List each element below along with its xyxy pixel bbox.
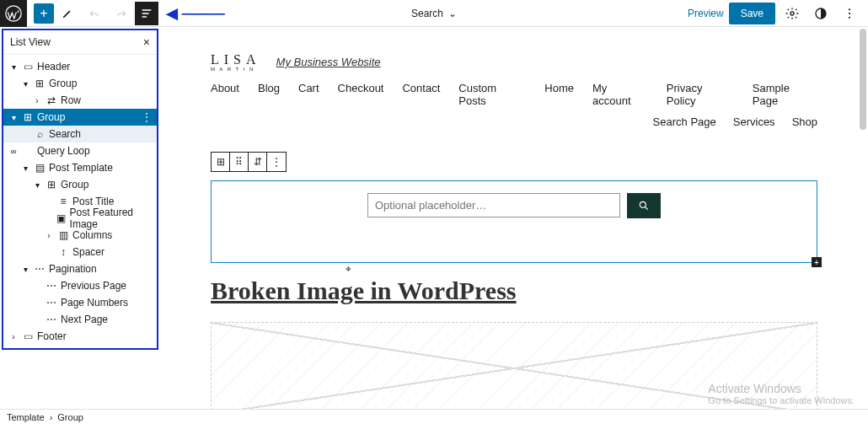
tree-item-featured-image[interactable]: ▣Post Featured Image	[3, 210, 157, 227]
svg-point-3	[849, 8, 850, 10]
windows-watermark: Activate Windows Go to Settings to activ…	[708, 382, 855, 405]
tree-item-page-numbers[interactable]: ⋯Page Numbers	[3, 294, 157, 311]
svg-point-5	[849, 16, 850, 18]
nav-item[interactable]: Home	[544, 82, 574, 107]
append-block-button[interactable]: +	[812, 257, 822, 267]
settings-button[interactable]	[780, 2, 804, 25]
title-icon: ≡	[57, 196, 69, 207]
nav-item[interactable]: Custom Posts	[458, 82, 526, 107]
editor-topbar: + ◄─── Search ⌄ Preview Save	[0, 0, 868, 27]
svg-point-1	[790, 12, 794, 15]
tree-item-spacer[interactable]: ↕Spacer	[3, 244, 157, 260]
edit-tool-button[interactable]	[54, 0, 81, 27]
tree-item-group[interactable]: ▾⊞Group	[3, 176, 157, 193]
search-submit-button[interactable]	[627, 193, 661, 218]
close-list-view[interactable]: ×	[143, 35, 150, 49]
styles-button[interactable]	[809, 2, 833, 25]
nav-item[interactable]: Shop	[792, 115, 817, 128]
block-type-button[interactable]: ⊞	[212, 153, 230, 171]
block-options-button[interactable]: ⋮	[267, 153, 286, 171]
kebab-icon	[843, 7, 856, 20]
tree-item-search[interactable]: ⌕Search	[3, 126, 157, 142]
nav-item[interactable]: Privacy Policy	[667, 82, 734, 107]
selected-group-block[interactable]: +	[211, 180, 817, 263]
primary-nav: About Blog Cart Checkout Contact Custom …	[211, 82, 817, 107]
nav-item[interactable]: My account	[592, 82, 648, 107]
site-title[interactable]: My Business Website	[276, 56, 381, 68]
tree-item-query-loop[interactable]: ∞Query Loop	[3, 142, 157, 159]
list-icon	[140, 7, 153, 20]
list-view-toggle[interactable]	[135, 2, 158, 25]
nav-item[interactable]: Sample Page	[753, 82, 817, 107]
kebab-icon[interactable]: ⋮	[142, 111, 152, 123]
site-logo[interactable]: LISA M A R T I N	[211, 52, 261, 72]
site-header: LISA M A R T I N My Business Website	[211, 52, 817, 72]
svg-point-4	[849, 13, 850, 14]
gear-icon	[785, 7, 799, 20]
chevron-down-icon: ⌄	[448, 8, 457, 19]
svg-point-6	[640, 201, 646, 207]
nav-item[interactable]: Search Page	[653, 115, 716, 128]
nav-item[interactable]: Checkout	[338, 82, 384, 107]
add-block-button[interactable]: +	[34, 3, 54, 24]
nav-item[interactable]: Contact	[402, 82, 440, 107]
row-icon: ⇄	[46, 94, 57, 106]
more-menu-button[interactable]	[838, 2, 861, 25]
list-view-title: List View	[10, 36, 51, 48]
drag-handle[interactable]: ⠿	[230, 153, 249, 171]
header-icon: ▭	[22, 61, 34, 72]
undo-icon	[88, 8, 100, 19]
tree-item-header[interactable]: ▾▭Header	[3, 58, 157, 75]
redo-button[interactable]	[108, 0, 135, 27]
tree-item-group-selected[interactable]: ▾⊞Group⋮	[3, 109, 157, 126]
block-toolbar: ⊞ ⠿ ⇵ ⋮	[211, 152, 287, 172]
nav-item[interactable]: Cart	[298, 82, 319, 107]
scrollbar-thumb[interactable]	[860, 29, 866, 130]
contrast-icon	[814, 7, 828, 20]
tree-item-pagination[interactable]: ▾⋯Pagination	[3, 260, 157, 277]
annotation-arrow: ◄───	[162, 3, 225, 24]
tree-item-post-template[interactable]: ▾▤Post Template	[3, 159, 157, 176]
move-updown-button[interactable]: ⇵	[249, 153, 267, 171]
nav-item[interactable]: About	[211, 82, 239, 107]
list-view-panel: List View × ▾▭Header ▾⊞Group ›⇄Row ▾⊞Gro…	[2, 29, 158, 350]
post-title[interactable]: Broken Image in WordPress	[211, 276, 817, 305]
scrollbar-track[interactable]	[860, 29, 866, 407]
template-name: Search	[411, 8, 443, 19]
template-icon: ▤	[34, 162, 46, 174]
save-button[interactable]: Save	[729, 3, 775, 24]
tree-item-group[interactable]: ▾⊞Group	[3, 75, 157, 92]
secondary-nav: Search Page Services Shop	[211, 115, 817, 128]
nav-item[interactable]: Services	[733, 115, 775, 128]
wp-icon	[5, 5, 22, 22]
pagination-icon: ⋯	[34, 263, 46, 275]
tree-item-next-page[interactable]: ⋯Next Page	[3, 311, 157, 328]
columns-icon: ▥	[57, 229, 69, 241]
redo-icon	[115, 8, 127, 19]
wordpress-logo[interactable]	[0, 0, 27, 27]
list-view-header: List View ×	[3, 30, 157, 55]
topbar-left: + ◄───	[0, 0, 225, 26]
topbar-right: Preview Save	[688, 2, 868, 25]
spacer-icon: ↕	[57, 246, 69, 258]
group-icon: ⊞	[22, 111, 34, 123]
list-view-tree: ▾▭Header ▾⊞Group ›⇄Row ▾⊞Group⋮ ⌕Search …	[3, 55, 157, 348]
pencil-icon	[62, 8, 73, 19]
search-input[interactable]	[367, 193, 620, 217]
footer-icon: ▭	[22, 330, 34, 342]
search-icon	[638, 200, 650, 212]
image-icon: ▣	[56, 212, 66, 224]
search-icon: ⌕	[34, 128, 46, 140]
group-icon: ⊞	[46, 179, 57, 191]
undo-button[interactable]	[81, 0, 108, 27]
tree-item-prev-page[interactable]: ⋯Previous Page	[3, 277, 157, 294]
content-area: LISA M A R T I N My Business Website Abo…	[194, 27, 834, 409]
nav-item[interactable]: Blog	[258, 82, 280, 107]
tree-item-row[interactable]: ›⇄Row	[3, 92, 157, 109]
topbar-center[interactable]: Search ⌄	[411, 8, 457, 19]
group-icon: ⊞	[34, 78, 46, 89]
tree-item-footer[interactable]: ›▭Footer	[3, 328, 157, 345]
preview-link[interactable]: Preview	[688, 8, 724, 19]
